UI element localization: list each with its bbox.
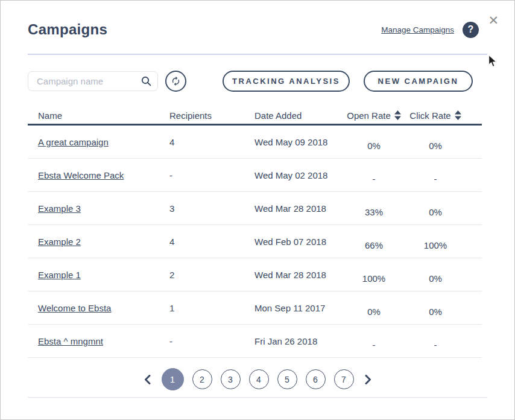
page-button[interactable]: 5 [277,369,297,389]
recipients-cell: 2 [169,270,254,280]
campaign-name-link[interactable]: Ebsta ^ mngmnt [38,336,103,346]
click-rate-cell: 0% [404,207,467,217]
page-button[interactable]: 3 [221,369,241,389]
pagination: 1234567 [28,368,487,390]
page-button[interactable]: 6 [306,369,326,389]
name-cell: Ebsta Welcome Pack [28,170,169,180]
previous-page-button[interactable] [142,372,153,387]
open-rate-cell: 33% [344,207,404,217]
close-icon[interactable]: ✕ [488,14,499,27]
next-page-button[interactable] [362,372,374,387]
table-row: A great campaign 4 Wed May 09 2018 0% 0% [28,126,482,159]
date-added-cell: Wed Mar 28 2018 [254,270,344,280]
date-added-cell: Wed May 02 2018 [254,170,344,180]
campaign-name-link[interactable]: Ebsta Welcome Pack [38,170,124,180]
name-cell: Example 1 [28,270,169,280]
table-row: Example 3 3 Wed Mar 28 2018 33% 0% [28,192,482,225]
recipients-cell: 4 [169,137,254,147]
campaign-name-link[interactable]: Example 1 [38,270,81,280]
date-added-cell: Wed May 09 2018 [254,137,344,147]
table-header-row: Name Recipients Date Added Open Rate Cli… [28,107,482,126]
recipients-cell: 3 [169,203,254,214]
page-button[interactable]: 2 [192,369,212,389]
table-row: Welcome to Ebsta 1 Mon Sep 11 2017 0% 0% [28,291,482,325]
table-row: Ebsta ^ mngmnt - Fri Jan 26 2018 - - [28,325,482,358]
date-added-cell: Mon Sep 11 2017 [254,303,344,313]
page-button[interactable]: 1 [162,368,184,390]
open-rate-header-label: Open Rate [347,110,391,121]
search-input[interactable] [37,76,141,86]
header-actions: Manage Campaigns ? [381,22,487,38]
sort-icon[interactable] [455,110,461,120]
page-button[interactable]: 4 [249,369,269,389]
campaigns-modal: ✕ Campaigns Manage Campaigns ? [1,1,514,419]
chevron-left-icon [144,375,151,384]
name-cell: A great campaign [28,137,169,147]
recipients-cell: 1 [169,303,254,313]
recipients-cell: - [169,336,254,346]
column-header-date-added: Date Added [254,110,344,121]
page-button[interactable]: 7 [334,369,354,389]
open-rate-cell: - [344,340,404,350]
sort-icon[interactable] [394,110,401,120]
page-buttons: 1234567 [162,368,354,390]
campaign-name-link[interactable]: Example 2 [38,237,81,247]
open-rate-cell: 66% [344,240,404,250]
page-title: Campaigns [28,21,107,38]
refresh-button[interactable] [165,71,186,92]
new-campaign-button[interactable]: NEW CAMPAIGN [364,71,473,92]
name-cell: Example 2 [28,237,169,247]
toolbar: TRACKING ANALYSIS NEW CAMPAIGN [28,71,487,92]
campaign-name-link[interactable]: Example 3 [38,203,81,214]
modal-header: Campaigns Manage Campaigns ? [28,1,487,55]
date-added-cell: Wed Mar 28 2018 [254,203,344,214]
search-icon[interactable] [141,76,151,86]
search-box[interactable] [28,71,158,91]
open-rate-cell: 100% [344,273,404,284]
column-header-click-rate[interactable]: Click Rate [404,110,467,121]
help-icon[interactable]: ? [463,22,479,38]
table-row: Example 2 4 Wed Feb 07 2018 66% 100% [28,225,482,258]
bottom-divider [28,397,487,398]
refresh-icon [171,76,181,86]
name-cell: Example 3 [28,203,169,214]
name-cell: Ebsta ^ mngmnt [28,336,169,346]
click-rate-cell: 0% [404,307,467,317]
table-row: Ebsta Welcome Pack - Wed May 02 2018 - - [28,159,482,192]
chevron-right-icon [365,375,371,384]
column-header-open-rate[interactable]: Open Rate [344,110,404,121]
click-rate-cell: - [404,174,467,184]
recipients-cell: - [169,170,254,180]
manage-campaigns-link[interactable]: Manage Campaigns [381,25,454,34]
click-rate-cell: - [404,340,467,350]
click-rate-cell: 0% [404,141,467,151]
open-rate-cell: - [344,174,404,184]
table-body: A great campaign 4 Wed May 09 2018 0% 0%… [28,126,482,358]
date-added-cell: Fri Jan 26 2018 [254,336,344,346]
campaign-name-link[interactable]: A great campaign [38,137,109,147]
date-added-cell: Wed Feb 07 2018 [254,237,344,247]
recipients-cell: 4 [169,237,254,247]
open-rate-cell: 0% [344,307,404,317]
open-rate-cell: 0% [344,141,404,151]
tracking-analysis-button[interactable]: TRACKING ANALYSIS [223,71,350,92]
campaign-name-link[interactable]: Welcome to Ebsta [38,303,111,313]
table-row: Example 1 2 Wed Mar 28 2018 100% 0% [28,258,482,291]
click-rate-cell: 0% [404,273,467,284]
name-cell: Welcome to Ebsta [28,303,169,313]
column-header-name: Name [28,110,169,121]
click-rate-cell: 100% [404,240,467,250]
click-rate-header-label: Click Rate [409,110,450,121]
campaigns-table: Name Recipients Date Added Open Rate Cli… [28,107,482,358]
column-header-recipients: Recipients [169,110,254,121]
